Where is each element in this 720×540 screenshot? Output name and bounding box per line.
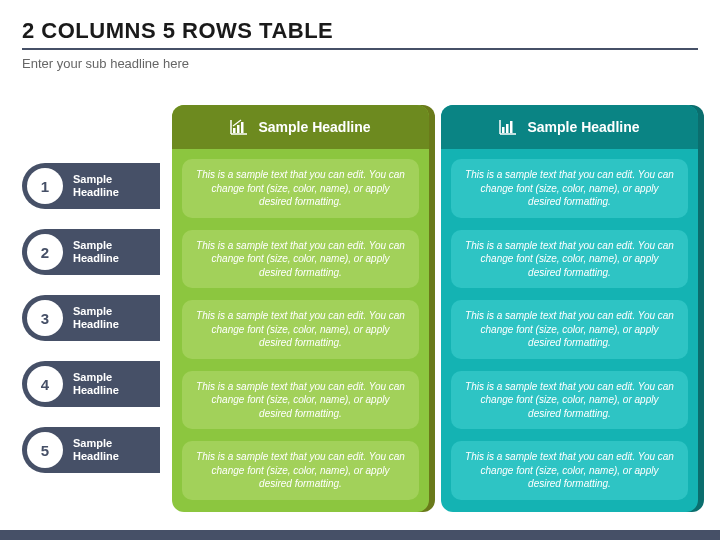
svg-rect-4 [506,124,509,133]
row-label-text: SampleHeadline [73,305,119,331]
row-label: 4 SampleHeadline [22,361,160,407]
column-2: Sample Headline This is a sample text th… [441,105,698,512]
bar-chart-icon [230,119,248,135]
table-cell: This is a sample text that you can edit.… [451,230,688,289]
bar-chart-icon [499,119,517,135]
table-cell: This is a sample text that you can edit.… [182,159,419,218]
table-cell: This is a sample text that you can edit.… [451,300,688,359]
table-cell: This is a sample text that you can edit.… [182,371,419,430]
column-card: Sample Headline This is a sample text th… [441,105,698,512]
column-header-label: Sample Headline [258,119,370,135]
column-cells: This is a sample text that you can edit.… [441,149,698,512]
svg-rect-0 [233,128,236,133]
row-number-badge: 5 [27,432,63,468]
row-number-badge: 1 [27,168,63,204]
row-number-badge: 3 [27,300,63,336]
column-card: Sample Headline This is a sample text th… [172,105,429,512]
slide-title: 2 COLUMNS 5 ROWS TABLE [22,18,698,44]
table-cell: This is a sample text that you can edit.… [451,441,688,500]
title-underline [22,48,698,50]
svg-rect-1 [237,125,240,133]
row-label-text: SampleHeadline [73,239,119,265]
row-label: 3 SampleHeadline [22,295,160,341]
column-cells: This is a sample text that you can edit.… [172,149,429,512]
column-header: Sample Headline [441,105,698,149]
footer-bar [0,530,720,540]
row-label-text: SampleHeadline [73,371,119,397]
slide-subtitle: Enter your sub headline here [22,56,698,71]
slide-header: 2 COLUMNS 5 ROWS TABLE Enter your sub he… [0,0,720,71]
column-header: Sample Headline [172,105,429,149]
table-cell: This is a sample text that you can edit.… [451,159,688,218]
row-label: 5 SampleHeadline [22,427,160,473]
table-cell: This is a sample text that you can edit.… [182,441,419,500]
row-label-text: SampleHeadline [73,173,119,199]
column-1: Sample Headline This is a sample text th… [172,105,429,512]
table-stage: 1 SampleHeadline 2 SampleHeadline 3 Samp… [0,71,720,512]
svg-rect-5 [510,121,513,133]
svg-rect-2 [241,122,244,133]
row-labels: 1 SampleHeadline 2 SampleHeadline 3 Samp… [22,105,160,473]
row-label-text: SampleHeadline [73,437,119,463]
row-label: 2 SampleHeadline [22,229,160,275]
svg-rect-3 [502,127,505,133]
row-label: 1 SampleHeadline [22,163,160,209]
table-cell: This is a sample text that you can edit.… [451,371,688,430]
column-header-label: Sample Headline [527,119,639,135]
row-number-badge: 2 [27,234,63,270]
table-cell: This is a sample text that you can edit.… [182,230,419,289]
row-number-badge: 4 [27,366,63,402]
table-cell: This is a sample text that you can edit.… [182,300,419,359]
